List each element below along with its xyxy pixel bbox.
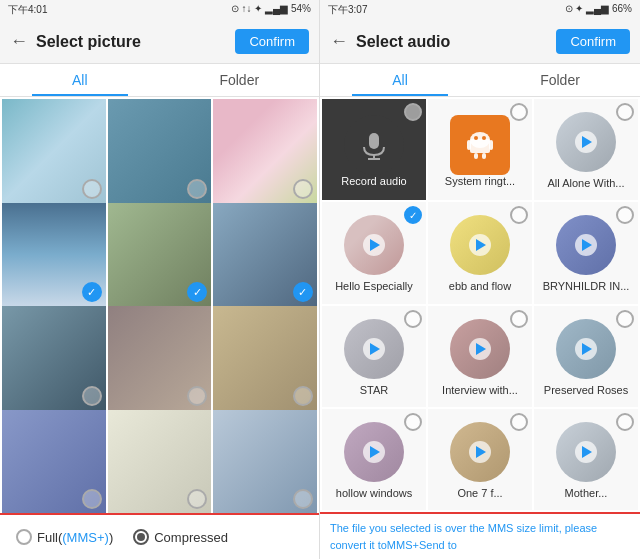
record-icon-wrap xyxy=(344,115,404,175)
image-item-11[interactable] xyxy=(108,410,212,514)
time-right: 下午3:07 xyxy=(328,3,367,17)
tabs-left: All Folder xyxy=(0,64,319,97)
audio-label-11: One 7 f... xyxy=(432,487,528,499)
svg-rect-0 xyxy=(369,133,379,149)
tabs-right: All Folder xyxy=(320,64,640,97)
mms-plus-link[interactable]: MMS+ xyxy=(387,539,419,551)
audio-check-10 xyxy=(404,413,422,431)
audio-item-7[interactable]: STAR xyxy=(322,306,426,407)
svg-point-6 xyxy=(482,136,486,140)
image-item-1[interactable] xyxy=(2,99,106,203)
audio-label-3: All Alone With... xyxy=(538,177,634,189)
image-item-8[interactable] xyxy=(108,306,212,410)
image-item-10[interactable] xyxy=(2,410,106,514)
audio-item-5[interactable]: ebb and flow xyxy=(428,202,532,303)
check-12 xyxy=(293,489,313,509)
album-art-6 xyxy=(556,215,616,275)
play-icon-7 xyxy=(363,338,385,360)
album-art-7 xyxy=(344,319,404,379)
audio-item-record[interactable]: Record audio xyxy=(322,99,426,200)
back-button-left[interactable]: ← xyxy=(10,31,28,52)
audio-label-9: Preserved Roses xyxy=(538,384,634,396)
svg-rect-4 xyxy=(470,139,490,153)
check-9 xyxy=(293,386,313,406)
play-icon-11 xyxy=(469,441,491,463)
audio-check-1 xyxy=(404,103,422,121)
audio-label-system: System ringt... xyxy=(432,175,528,187)
audio-label-4: Hello Especially xyxy=(326,280,422,292)
audio-item-11[interactable]: One 7 f... xyxy=(428,409,532,510)
play-icon-10 xyxy=(363,441,385,463)
status-bar-right: 下午3:07 ⊙ ✦ ▂▄▆ 66% xyxy=(320,0,640,20)
check-7 xyxy=(82,386,102,406)
radio-full[interactable]: Full((MMS+)) xyxy=(16,529,113,545)
play-icon-3 xyxy=(575,131,597,153)
radio-compressed[interactable]: Compressed xyxy=(133,529,228,545)
image-item-7[interactable] xyxy=(2,306,106,410)
audio-item-3[interactable]: All Alone With... xyxy=(534,99,638,200)
audio-item-4[interactable]: Hello Especially xyxy=(322,202,426,303)
play-icon-5 xyxy=(469,234,491,256)
image-item-2[interactable] xyxy=(108,99,212,203)
svg-rect-9 xyxy=(474,153,478,159)
audio-item-12[interactable]: Mother... xyxy=(534,409,638,510)
audio-label-6: BRYNHILDR IN... xyxy=(538,280,634,292)
bottom-bar-left: Full((MMS+)) Compressed xyxy=(0,513,319,559)
image-item-9[interactable] xyxy=(213,306,317,410)
image-item-4[interactable] xyxy=(2,203,106,307)
left-panel: 下午4:01 ⊙ ↑↓ ✦ ▂▄▆ 54% ← Select picture C… xyxy=(0,0,320,559)
confirm-button-right[interactable]: Confirm xyxy=(556,29,630,54)
warning-end: Send to xyxy=(419,539,457,551)
play-icon-12 xyxy=(575,441,597,463)
tab-folder-right[interactable]: Folder xyxy=(480,64,640,96)
audio-check-3 xyxy=(616,103,634,121)
play-icon-9 xyxy=(575,338,597,360)
title-right: Select audio xyxy=(356,33,556,51)
audio-item-6[interactable]: BRYNHILDR IN... xyxy=(534,202,638,303)
svg-point-5 xyxy=(474,136,478,140)
tab-all-right[interactable]: All xyxy=(320,64,480,96)
status-bar-left: 下午4:01 ⊙ ↑↓ ✦ ▂▄▆ 54% xyxy=(0,0,319,20)
icons-right: ⊙ ✦ ▂▄▆ 66% xyxy=(565,3,632,17)
audio-item-9[interactable]: Preserved Roses xyxy=(534,306,638,407)
image-item-6[interactable] xyxy=(213,203,317,307)
back-button-right[interactable]: ← xyxy=(330,31,348,52)
album-art-8 xyxy=(450,319,510,379)
audio-check-9 xyxy=(616,310,634,328)
image-grid xyxy=(0,97,319,513)
icons-left: ⊙ ↑↓ ✦ ▂▄▆ 54% xyxy=(231,3,311,17)
audio-item-8[interactable]: Interview with... xyxy=(428,306,532,407)
header-right: ← Select audio Confirm xyxy=(320,20,640,64)
check-2 xyxy=(187,179,207,199)
album-art-3 xyxy=(556,112,616,172)
image-item-12[interactable] xyxy=(213,410,317,514)
radio-circle-full xyxy=(16,529,32,545)
bottom-warning: The file you selected is over the MMS si… xyxy=(320,512,640,559)
check-3 xyxy=(293,179,313,199)
image-item-5[interactable] xyxy=(108,203,212,307)
header-left: ← Select picture Confirm xyxy=(0,20,319,64)
system-icon-wrap xyxy=(450,115,510,175)
image-item-3[interactable] xyxy=(213,99,317,203)
album-art-10 xyxy=(344,422,404,482)
album-art-11 xyxy=(450,422,510,482)
audio-item-system[interactable]: System ringt... xyxy=(428,99,532,200)
check-11 xyxy=(187,489,207,509)
audio-check-11 xyxy=(510,413,528,431)
tab-folder-left[interactable]: Folder xyxy=(160,64,320,96)
audio-label-12: Mother... xyxy=(538,487,634,499)
audio-label-record: Record audio xyxy=(326,175,422,187)
svg-rect-10 xyxy=(482,153,486,159)
check-10 xyxy=(82,489,102,509)
confirm-button-left[interactable]: Confirm xyxy=(235,29,309,54)
svg-rect-7 xyxy=(467,140,471,150)
audio-item-10[interactable]: hollow windows xyxy=(322,409,426,510)
check-8 xyxy=(187,386,207,406)
album-art-9 xyxy=(556,319,616,379)
audio-grid: Record audio System ringt... xyxy=(320,97,640,512)
title-left: Select picture xyxy=(36,33,235,51)
audio-check-7 xyxy=(404,310,422,328)
album-art-5 xyxy=(450,215,510,275)
play-icon-4 xyxy=(363,234,385,256)
tab-all-left[interactable]: All xyxy=(0,64,160,96)
